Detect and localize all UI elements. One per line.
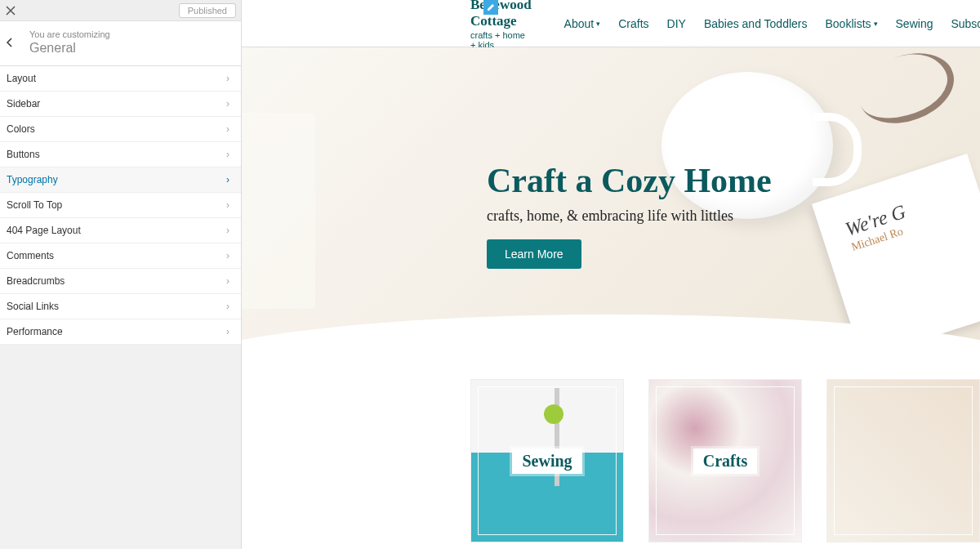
pencil-icon: [487, 3, 495, 11]
site-preview: Bellewood Cottage crafts + home + kids A…: [242, 0, 980, 549]
chevron-right-icon: ›: [226, 199, 229, 211]
chevron-left-icon: [7, 38, 13, 47]
menu-item-label: Breadcrumbs: [7, 275, 65, 287]
nav-label: Babies and Toddlers: [704, 17, 808, 30]
chevron-right-icon: ›: [226, 123, 229, 135]
chevron-down-icon: ▾: [874, 20, 878, 28]
site-header: Bellewood Cottage crafts + home + kids A…: [242, 0, 980, 47]
menu-item-performance[interactable]: Performance›: [0, 319, 241, 345]
chevron-right-icon: ›: [226, 98, 229, 109]
nav-label: Subscribe: [951, 17, 980, 30]
menu-item-label: Layout: [7, 73, 36, 84]
hero-decor-glasses: [849, 41, 964, 136]
card-badge: Sewing: [512, 449, 581, 474]
chevron-right-icon: ›: [226, 275, 229, 287]
hero-subtitle: crafts, home, & embracing life with litt…: [487, 208, 772, 225]
menu-item-colors[interactable]: Colors›: [0, 117, 241, 142]
hero-title: Craft a Cozy Home: [487, 162, 772, 199]
menu-item-404-page-layout[interactable]: 404 Page Layout›: [0, 218, 241, 243]
nav-item-subscribe[interactable]: Subscribe: [951, 17, 980, 30]
card-badge: Crafts: [693, 449, 757, 474]
menu-item-social-links[interactable]: Social Links›: [0, 294, 241, 319]
customizer-menu: Layout›Sidebar›Colors›Buttons›Typography…: [0, 66, 241, 345]
nav-item-crafts[interactable]: Crafts: [618, 17, 648, 30]
nav-item-about[interactable]: About▾: [564, 17, 601, 30]
nav-item-diy[interactable]: DIY: [667, 17, 686, 30]
close-icon: [6, 6, 16, 16]
menu-item-label: 404 Page Layout: [7, 225, 81, 236]
menu-item-label: Buttons: [7, 149, 40, 160]
menu-item-comments[interactable]: Comments›: [0, 243, 241, 269]
customizer-topbar: Published: [0, 0, 241, 21]
site-logo[interactable]: Bellewood Cottage crafts + home + kids: [470, 0, 532, 50]
chevron-right-icon: ›: [226, 250, 229, 261]
main-nav: About▾CraftsDIYBabies and ToddlersBookli…: [564, 17, 980, 30]
nav-label: Booklists: [826, 17, 871, 30]
menu-item-label: Scroll To Top: [7, 199, 62, 211]
menu-item-label: Sidebar: [7, 98, 40, 109]
chevron-right-icon: ›: [226, 301, 229, 312]
menu-item-sidebar[interactable]: Sidebar›: [0, 92, 241, 117]
hero-section: We're G Michael Ro Craft a Cozy Home cra…: [242, 47, 980, 371]
section-title: General: [29, 41, 229, 56]
logo-line2: Cottage: [470, 13, 532, 29]
menu-item-breadcrumbs[interactable]: Breadcrumbs›: [0, 269, 241, 294]
nav-item-booklists[interactable]: Booklists▾: [826, 17, 878, 30]
edit-shortcut-badge[interactable]: [483, 0, 498, 15]
customizing-label: You are customizing: [29, 29, 229, 39]
hero-decor-leftbook: [242, 113, 315, 309]
close-button[interactable]: [0, 0, 21, 21]
chevron-right-icon: ›: [226, 73, 229, 84]
back-button[interactable]: [7, 37, 13, 50]
logo-line1: Bellewood: [470, 0, 532, 13]
nav-label: DIY: [667, 17, 686, 30]
chevron-right-icon: ›: [226, 225, 229, 236]
category-card-sewing[interactable]: Sewing: [470, 379, 624, 542]
customizer-header: You are customizing General: [0, 21, 241, 66]
menu-item-label: Social Links: [7, 301, 59, 312]
hero-cta-button[interactable]: Learn More: [487, 239, 581, 269]
menu-item-label: Performance: [7, 326, 63, 337]
chevron-right-icon: ›: [226, 326, 229, 337]
menu-item-typography[interactable]: Typography›: [0, 167, 241, 193]
publish-button[interactable]: Published: [179, 3, 236, 18]
chevron-right-icon: ›: [226, 149, 229, 160]
chevron-right-icon: ›: [226, 174, 229, 185]
chevron-down-icon: ▾: [596, 20, 600, 28]
nav-label: Crafts: [618, 17, 648, 30]
nav-label: Sewing: [896, 17, 933, 30]
menu-item-label: Typography: [7, 174, 58, 185]
nav-label: About: [564, 17, 595, 30]
category-cards: SewingCrafts: [242, 371, 980, 542]
nav-item-babies-and-toddlers[interactable]: Babies and Toddlers: [704, 17, 808, 30]
nav-item-sewing[interactable]: Sewing: [896, 17, 933, 30]
menu-item-buttons[interactable]: Buttons›: [0, 142, 241, 167]
card-inner-border: [834, 386, 973, 535]
menu-item-layout[interactable]: Layout›: [0, 66, 241, 92]
menu-item-label: Colors: [7, 123, 35, 135]
menu-item-label: Comments: [7, 250, 54, 261]
category-card-more[interactable]: [826, 379, 980, 542]
menu-item-scroll-to-top[interactable]: Scroll To Top›: [0, 193, 241, 218]
hero-content: Craft a Cozy Home crafts, home, & embrac…: [487, 162, 772, 269]
category-card-crafts[interactable]: Crafts: [648, 379, 802, 542]
customizer-sidebar: Published You are customizing General La…: [0, 0, 242, 549]
